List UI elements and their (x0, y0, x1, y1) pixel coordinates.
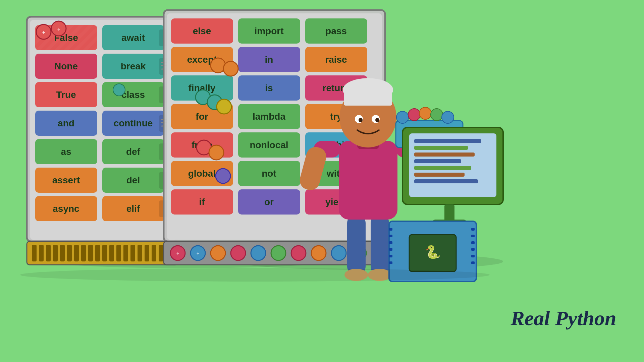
svg-rect-58 (102, 245, 107, 261)
svg-rect-159 (433, 220, 466, 226)
svg-rect-5 (35, 25, 97, 50)
svg-point-137 (359, 118, 363, 122)
svg-text:if: if (199, 197, 205, 207)
svg-text:try: try (330, 111, 342, 122)
svg-text:lambda: lambda (253, 111, 285, 122)
svg-rect-164 (389, 235, 392, 237)
svg-point-123 (331, 246, 346, 260)
svg-text:elif: elif (126, 203, 140, 214)
svg-rect-102 (238, 161, 300, 186)
svg-text:except: except (187, 54, 217, 65)
svg-point-125 (372, 246, 386, 260)
svg-point-117 (211, 246, 225, 260)
svg-rect-168 (389, 261, 392, 264)
svg-point-179 (211, 58, 225, 73)
svg-rect-0 (0, 0, 644, 362)
svg-rect-141 (396, 141, 423, 158)
svg-rect-62 (130, 245, 135, 261)
svg-rect-131 (357, 139, 379, 149)
svg-rect-66 (159, 245, 163, 261)
svg-rect-90 (238, 104, 300, 129)
svg-point-119 (251, 246, 266, 260)
svg-rect-60 (116, 245, 121, 261)
svg-rect-19 (35, 82, 97, 107)
svg-point-182 (207, 95, 222, 110)
svg-rect-47 (27, 241, 178, 265)
svg-point-122 (311, 246, 326, 260)
svg-point-133 (343, 78, 393, 102)
svg-text:await: await (121, 33, 145, 43)
svg-text:def: def (126, 146, 141, 157)
svg-rect-67 (166, 245, 170, 261)
svg-point-177 (51, 21, 66, 36)
svg-text:÷: ÷ (176, 251, 179, 256)
svg-point-129 (368, 269, 391, 281)
svg-rect-82 (171, 75, 233, 101)
svg-text:÷: ÷ (42, 30, 45, 35)
svg-rect-26 (102, 111, 164, 136)
svg-text:False: False (54, 33, 78, 43)
svg-point-175 (36, 24, 51, 39)
svg-point-124 (352, 246, 366, 260)
svg-rect-78 (238, 47, 300, 72)
svg-rect-165 (389, 241, 392, 244)
svg-text:as: as (61, 146, 71, 157)
svg-text:for: for (196, 111, 208, 122)
svg-rect-50 (46, 245, 51, 261)
svg-rect-15 (159, 58, 174, 75)
svg-rect-8 (102, 25, 164, 50)
svg-rect-127 (371, 215, 389, 275)
svg-rect-23 (159, 86, 174, 103)
svg-text:None: None (54, 61, 78, 71)
svg-point-180 (223, 61, 238, 76)
svg-text:yield: yield (325, 197, 347, 207)
svg-rect-126 (347, 215, 366, 275)
svg-point-135 (355, 115, 363, 123)
svg-text:raise: raise (325, 54, 347, 65)
svg-point-148 (442, 111, 454, 123)
svg-rect-13 (102, 54, 164, 79)
svg-rect-130 (339, 141, 397, 220)
svg-text:while: while (328, 140, 352, 150)
svg-rect-112 (164, 241, 385, 265)
svg-rect-42 (35, 196, 97, 221)
svg-rect-169 (471, 228, 475, 231)
svg-text:True: True (56, 89, 76, 100)
svg-rect-139 (314, 141, 340, 158)
svg-point-121 (291, 246, 306, 260)
svg-rect-153 (414, 153, 475, 157)
svg-rect-24 (35, 111, 97, 136)
svg-point-138 (375, 118, 379, 122)
svg-point-183 (217, 99, 231, 114)
svg-rect-46 (159, 200, 174, 217)
svg-text:async: async (53, 203, 79, 214)
svg-rect-134 (344, 90, 392, 106)
svg-text:not: not (262, 168, 276, 179)
svg-rect-160 (389, 221, 476, 282)
svg-point-132 (339, 87, 396, 147)
svg-rect-150 (409, 133, 496, 197)
svg-rect-100 (171, 161, 233, 186)
svg-text:or: or (264, 197, 274, 207)
svg-rect-51 (53, 245, 58, 261)
scene: False await None break True class and co… (0, 0, 644, 362)
svg-point-147 (431, 109, 443, 121)
svg-point-136 (372, 115, 380, 123)
svg-rect-166 (389, 248, 392, 251)
svg-rect-154 (414, 159, 461, 163)
svg-rect-88 (171, 104, 233, 129)
svg-rect-76 (171, 47, 233, 72)
svg-rect-96 (238, 132, 300, 158)
svg-rect-108 (238, 189, 300, 215)
svg-rect-36 (159, 143, 174, 160)
svg-rect-155 (414, 166, 471, 170)
svg-rect-32 (35, 139, 97, 164)
svg-text:class: class (121, 89, 145, 100)
svg-rect-171 (471, 241, 475, 244)
svg-rect-167 (389, 255, 392, 257)
svg-rect-59 (109, 245, 114, 261)
svg-rect-98 (305, 132, 376, 158)
svg-text:and: and (58, 118, 74, 128)
svg-rect-10 (159, 29, 174, 46)
svg-point-184 (197, 140, 211, 155)
